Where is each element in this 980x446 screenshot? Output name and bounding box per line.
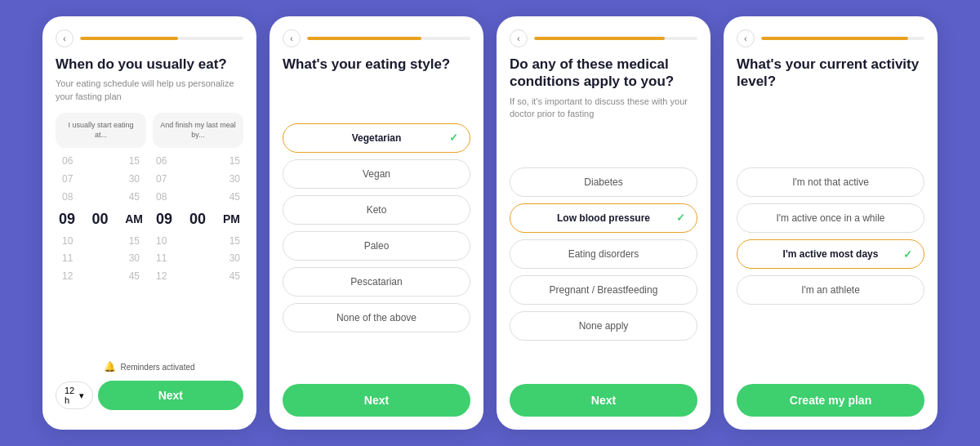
option-low-blood-pressure[interactable]: Low blood pressure ✓ [510,203,697,233]
option-low-bp-label: Low blood pressure [557,212,650,224]
picker1-h-11: 1130 [56,250,146,268]
back-button-3[interactable]: ‹ [510,29,528,47]
screen1-header: ‹ [56,29,243,47]
next-button-3[interactable]: Next [510,384,697,417]
picker2: And finish my last meal by... 0615 0730 … [153,113,243,353]
screen-activity: ‹ What's your current activity level? I'… [724,16,938,430]
chevron-down-icon: ▾ [79,390,84,401]
option-active-while-label: I'm active once in a while [776,212,884,224]
option-vegan[interactable]: Vegan [283,159,470,189]
picker1-h-09-selected: 0900AM [56,206,146,232]
picker1-label: I usually start eating at... [56,113,146,148]
check-icon-active-most: ✓ [903,248,912,261]
screen-eating-time: ‹ When do you usually eat? Your eating s… [42,16,256,430]
option-athlete[interactable]: I'm an athlete [737,275,924,305]
option-not-active-label: I'm not that active [792,176,869,188]
picker2-h-12: 1245 [153,268,243,286]
picker1-h-10: 1015 [56,233,146,251]
progress-bar-4 [761,37,924,40]
picker2-h-06: 0615 [153,153,243,171]
screens-container: ‹ When do you usually eat? Your eating s… [0,0,980,446]
option-pregnant[interactable]: Pregnant / Breastfeeding [510,275,697,305]
progress-bar-3 [534,37,697,40]
screen4-title: What's your current activity level? [737,56,924,91]
time-pickers: I usually start eating at... 0615 0730 0… [56,113,243,353]
picker2-h-11: 1130 [153,250,243,268]
option-vegetarian[interactable]: Vegetarian ✓ [283,123,470,153]
check-icon-vegetarian: ✓ [449,132,458,144]
screen2-header: ‹ [283,29,470,47]
option-paleo[interactable]: Paleo [283,231,470,261]
picker2-scroll[interactable]: 0615 0730 0845 0900PM 1015 113 [153,153,243,353]
option-none-apply-label: None apply [579,320,629,332]
picker1: I usually start eating at... 0615 0730 0… [56,113,146,353]
option-diabetes[interactable]: Diabetes [510,167,697,197]
progress-fill-4 [761,37,908,40]
picker2-h-07: 0730 [153,171,243,189]
option-eating-disorders[interactable]: Eating disorders [510,239,697,269]
progress-bar-2 [307,37,470,40]
option-pescatarian[interactable]: Pescatarian [283,267,470,297]
screen1-subtitle: Your eating schedule will help us person… [56,78,243,103]
activity-options: I'm not that active I'm active once in a… [737,96,924,385]
picker2-label: And finish my last meal by... [153,113,243,148]
option-diabetes-label: Diabetes [584,176,622,188]
medical-options: Diabetes Low blood pressure ✓ Eating dis… [510,130,697,384]
picker1-h-08: 0845 [56,189,146,207]
screen2-title: What's your eating style? [283,56,470,73]
screen1-title: When do you usually eat? [56,56,243,73]
screen-medical: ‹ Do any of these medical conditions app… [497,16,710,430]
screen3-title: Do any of these medical conditions apply… [510,56,697,91]
option-vegan-label: Vegan [363,168,390,180]
screen4-header: ‹ [737,29,924,47]
back-button-2[interactable]: ‹ [283,29,301,47]
picker2-h-09-selected: 0900PM [153,206,243,232]
bell-icon: 🔔 [104,361,116,372]
next-button-2[interactable]: Next [283,384,470,417]
progress-fill-2 [307,37,421,40]
next-button-4[interactable]: Create my plan [737,384,924,417]
option-none-apply[interactable]: None apply [510,311,697,341]
back-button-1[interactable]: ‹ [56,29,74,47]
picker1-scroll[interactable]: 0615 0730 0845 0900AM 1015 113 [56,153,146,353]
option-athlete-label: I'm an athlete [801,284,860,296]
option-none-above-label: None of the above [336,312,416,323]
option-vegetarian-label: Vegetarian [352,132,402,144]
option-pescatarian-label: Pescatarian [350,276,402,288]
screen-eating-style: ‹ What's your eating style? Vegetarian ✓… [270,16,483,430]
progress-fill-1 [80,37,178,40]
option-keto[interactable]: Keto [283,195,470,225]
reminder-text: Reminders activated [120,363,194,372]
option-pregnant-label: Pregnant / Breastfeeding [550,284,658,296]
format-row: 12 h ▾ Next [56,381,243,410]
progress-bar-1 [80,37,243,40]
option-keto-label: Keto [367,204,387,216]
picker2-h-10: 1015 [153,233,243,251]
picker1-h-06: 0615 [56,153,146,171]
back-button-4[interactable]: ‹ [737,29,755,47]
progress-fill-3 [534,37,665,40]
next-button-1[interactable]: Next [98,381,243,410]
picker2-h-08: 0845 [153,189,243,207]
option-active-while[interactable]: I'm active once in a while [737,203,924,233]
option-active-most[interactable]: I'm active most days ✓ [737,239,924,269]
screen3-subtitle: If so, it's important to discuss these w… [510,96,697,121]
picker1-h-12: 1245 [56,268,146,286]
format-label: 12 h [65,386,76,405]
option-not-active[interactable]: I'm not that active [737,167,924,197]
option-active-most-label: I'm active most days [783,248,879,260]
screen3-header: ‹ [510,29,697,47]
option-eating-disorders-label: Eating disorders [568,248,639,260]
check-icon-low-bp: ✓ [676,212,685,224]
time-format-select[interactable]: 12 h ▾ [56,381,93,409]
eating-style-options: Vegetarian ✓ Vegan Keto Paleo Pescataria… [283,78,470,384]
option-paleo-label: Paleo [364,240,390,252]
option-none-above[interactable]: None of the above [283,303,470,332]
picker1-h-07: 0730 [56,171,146,189]
reminder-row: 🔔 Reminders activated [56,361,243,372]
